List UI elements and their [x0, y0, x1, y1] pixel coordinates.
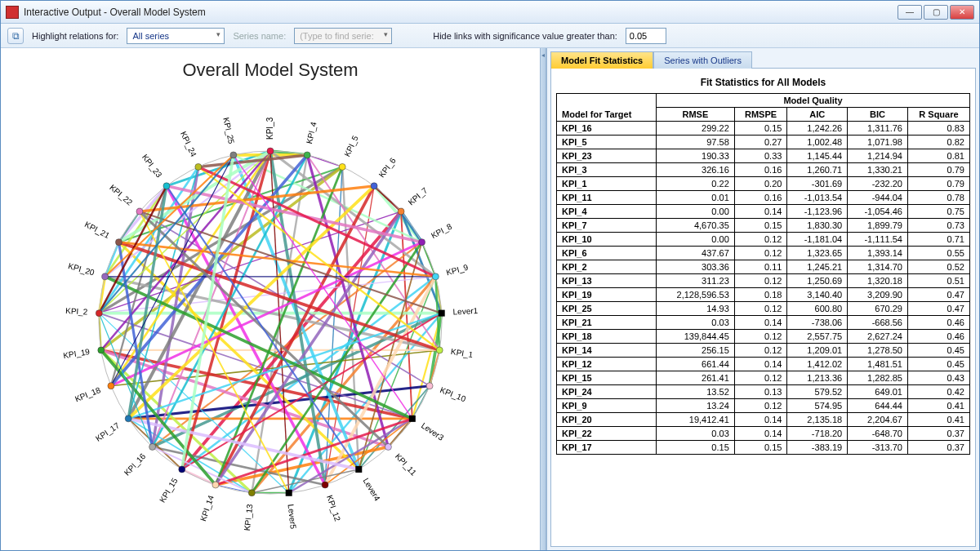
table-row[interactable]: KPI_12661.440.141,412.021,481.510.45	[557, 358, 970, 371]
table-row[interactable]: KPI_597.580.271,002.481,071.980.82	[557, 136, 970, 149]
cell-value: 311.23	[656, 274, 734, 288]
maximize-button[interactable]: ▢	[924, 5, 948, 20]
node-KPI_4[interactable]	[304, 152, 310, 158]
relations-chart[interactable]: KPI_3KPI_4KPI_5KPI_6KPI_7KPI_8KPI_9Lever…	[17, 86, 523, 543]
table-row[interactable]: KPI_13311.230.121,250.691,320.180.51	[557, 274, 970, 288]
node-Lever5[interactable]	[286, 490, 292, 496]
col-rmspe[interactable]: RMSPE	[734, 108, 787, 122]
tab-outliers[interactable]: Series with Outliers	[653, 51, 752, 69]
table-row[interactable]: KPI_10.220.20-301.69-232.200.79	[557, 177, 970, 191]
cell-value: 0.55	[907, 247, 969, 260]
table-row[interactable]: KPI_15261.410.121,213.361,282.850.43	[557, 371, 970, 385]
node-KPI_25[interactable]	[230, 152, 237, 158]
cell-target: KPI_16	[557, 122, 657, 136]
cell-value: 437.67	[656, 247, 734, 260]
node-KPI_24[interactable]	[195, 163, 202, 170]
col-rmse[interactable]: RMSE	[656, 108, 734, 122]
table-row[interactable]: KPI_18139,844.450.122,557.752,627.240.46	[557, 330, 970, 344]
cell-value: 190.33	[656, 149, 734, 163]
table-row[interactable]: KPI_2514.930.12600.80670.290.47	[557, 302, 970, 316]
node-KPI_9[interactable]	[432, 273, 439, 280]
node-KPI_6[interactable]	[371, 183, 377, 189]
col-r-square[interactable]: R Square	[907, 108, 969, 122]
node-KPI_3[interactable]	[267, 148, 274, 154]
node-KPI_13[interactable]	[248, 490, 255, 496]
node-KPI_14[interactable]	[212, 482, 219, 488]
node-label: KPI_20	[67, 261, 96, 277]
node-KPI_22[interactable]	[136, 208, 143, 215]
cell-value: 0.14	[734, 205, 787, 219]
table-row[interactable]: KPI_170.150.15-383.19-313.700.37	[557, 441, 970, 455]
node-KPI_5[interactable]	[339, 163, 345, 170]
cell-target: KPI_5	[557, 136, 657, 149]
cell-target: KPI_2	[557, 260, 657, 274]
cell-value: 0.33	[734, 149, 787, 163]
table-row[interactable]: KPI_74,670.350.151,830.301,899.790.73	[557, 219, 970, 233]
chart-title: Overall Model System	[1, 48, 540, 86]
tabs: Model Fit Statistics Series with Outlier…	[547, 48, 979, 68]
table-row[interactable]: KPI_2303.360.111,245.211,314.700.52	[557, 260, 970, 274]
node-Lever1[interactable]	[439, 310, 445, 317]
cell-value: -944.04	[848, 191, 908, 205]
tab-model-fit[interactable]: Model Fit Statistics	[550, 51, 653, 69]
table-row[interactable]: KPI_210.030.14-738.06-668.560.46	[557, 316, 970, 330]
col-aic[interactable]: AIC	[787, 108, 848, 122]
cell-value: 0.00	[656, 233, 734, 247]
table-row[interactable]: KPI_110.010.16-1,013.54-944.040.78	[557, 191, 970, 205]
node-KPI_11[interactable]	[385, 443, 391, 450]
cell-value: 1,214.94	[848, 149, 908, 163]
cell-value: -232.20	[848, 177, 908, 191]
table-row[interactable]: KPI_913.240.12574.95644.440.41	[557, 399, 970, 413]
node-KPI_23[interactable]	[163, 183, 170, 189]
table-row[interactable]: KPI_2019,412.410.142,135.182,204.670.41	[557, 413, 970, 427]
table-row[interactable]: KPI_100.000.12-1,181.04-1,111.540.71	[557, 233, 970, 247]
node-KPI_19[interactable]	[98, 347, 105, 353]
cell-value: 1,320.18	[848, 274, 908, 288]
series-name-input[interactable]: (Type to find serie:	[294, 28, 392, 44]
minimize-button[interactable]: —	[898, 5, 922, 20]
pane-splitter[interactable]	[540, 48, 546, 550]
app-window: Interactive Output - Overall Model Syste…	[0, 0, 980, 551]
table-row[interactable]: KPI_40.000.14-1,123.96-1,054.460.75	[557, 205, 970, 219]
node-KPI_10[interactable]	[426, 383, 433, 389]
node-KPI_12[interactable]	[322, 482, 328, 488]
node-KPI_8[interactable]	[419, 239, 425, 246]
node-KPI_1[interactable]	[436, 347, 443, 353]
close-button[interactable]: ✕	[950, 5, 974, 20]
cell-value: 0.47	[907, 302, 969, 316]
table-row[interactable]: KPI_16299.220.151,242.261,311.760.83	[557, 122, 970, 136]
series-name-placeholder: (Type to find serie:	[300, 31, 374, 41]
col-bic[interactable]: BIC	[848, 108, 908, 122]
node-KPI_20[interactable]	[102, 273, 109, 280]
cell-target: KPI_17	[557, 441, 657, 455]
cell-value: 579.52	[787, 385, 848, 399]
table-row[interactable]: KPI_2413.520.13579.52649.010.42	[557, 385, 970, 399]
table-row[interactable]: KPI_6437.670.121,323.651,393.140.55	[557, 247, 970, 260]
node-KPI_7[interactable]	[398, 208, 404, 215]
highlight-series-dropdown[interactable]: All series	[127, 28, 225, 44]
table-row[interactable]: KPI_14256.150.121,209.011,278.500.45	[557, 344, 970, 358]
table-row[interactable]: KPI_3326.160.161,260.711,330.210.79	[557, 163, 970, 177]
node-KPI_2[interactable]	[96, 310, 102, 317]
node-Lever3[interactable]	[409, 415, 416, 422]
node-KPI_17[interactable]	[125, 415, 131, 422]
table-row[interactable]: KPI_220.030.14-718.20-648.700.37	[557, 427, 970, 441]
cell-value: -718.20	[787, 427, 848, 441]
copy-icon[interactable]: ⧉	[7, 28, 24, 44]
node-KPI_18[interactable]	[108, 383, 114, 389]
cell-value: -1,111.54	[848, 233, 908, 247]
cell-value: 2,557.75	[787, 330, 848, 344]
cell-target: KPI_1	[557, 177, 657, 191]
node-KPI_15[interactable]	[179, 466, 185, 473]
cell-value: 0.79	[907, 177, 969, 191]
cell-value: 0.37	[907, 441, 969, 455]
cell-value: -1,013.54	[787, 191, 848, 205]
node-Lever4[interactable]	[355, 466, 362, 473]
node-KPI_21[interactable]	[115, 239, 122, 246]
table-row[interactable]: KPI_23190.330.331,145.441,214.940.81	[557, 149, 970, 163]
cell-value: 3,209.90	[848, 288, 908, 302]
table-row[interactable]: KPI_192,128,596.530.183,140.403,209.900.…	[557, 288, 970, 302]
node-KPI_16[interactable]	[149, 443, 156, 450]
significance-threshold-input[interactable]: 0.05	[626, 28, 666, 44]
cell-value: 0.00	[656, 205, 734, 219]
